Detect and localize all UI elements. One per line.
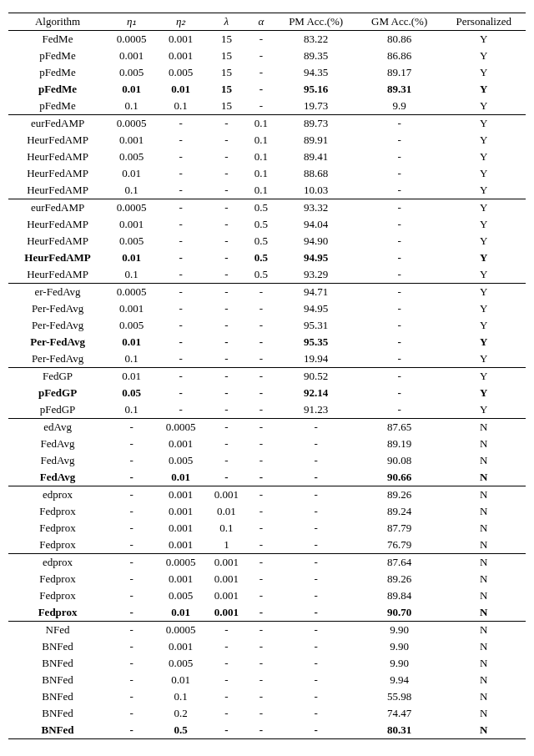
table-cell: N <box>441 554 526 572</box>
table-cell: - <box>205 317 247 334</box>
table-cell: - <box>357 266 442 284</box>
table-cell: - <box>156 368 205 386</box>
table-cell: - <box>107 688 156 705</box>
col-algorithm: Algorithm <box>8 13 107 31</box>
table-cell: 93.32 <box>275 199 357 217</box>
table-cell: - <box>275 520 357 537</box>
table-cell: BNFed <box>8 655 107 672</box>
table-cell: 0.2 <box>156 705 205 722</box>
table-cell: 9.90 <box>357 622 442 639</box>
table-cell: - <box>248 419 275 436</box>
table-cell: Y <box>441 300 526 317</box>
table-cell: - <box>205 436 247 452</box>
col-eta2: η₂ <box>156 13 205 31</box>
table-cell: 0.001 <box>107 132 156 149</box>
table-row: HeurFedAMP0.1--0.593.29-Y <box>8 266 526 284</box>
table-cell: - <box>248 655 275 672</box>
table-cell: HeurFedAMP <box>8 132 107 149</box>
table-cell: - <box>107 571 156 587</box>
table-cell: 0.001 <box>205 554 247 572</box>
table-cell: 83.22 <box>275 31 357 48</box>
table-cell: - <box>107 452 156 469</box>
table-cell: Fedprox <box>8 587 107 604</box>
table-row: Fedprox-0.0010.001--89.26N <box>8 571 526 587</box>
table-cell: - <box>205 115 247 133</box>
table-cell: - <box>275 469 357 486</box>
table-cell: - <box>107 587 156 604</box>
table-cell: 0.005 <box>107 317 156 334</box>
table-cell: 80.31 <box>357 722 442 739</box>
table-cell: - <box>205 705 247 722</box>
table-cell: - <box>107 503 156 520</box>
table-cell: - <box>205 165 247 182</box>
table-row: FedGP0.01---90.52-Y <box>8 368 526 386</box>
col-alpha: α <box>248 13 275 31</box>
table-cell: - <box>107 537 156 554</box>
table-row: Per-FedAvg0.1---19.94-Y <box>8 350 526 368</box>
table-cell: - <box>156 317 205 334</box>
table-row: BNFed-0.1---55.98N <box>8 688 526 705</box>
table-cell: eurFedAMP <box>8 199 107 217</box>
table-cell: Per-FedAvg <box>8 350 107 368</box>
table-cell: - <box>357 182 442 199</box>
table-cell: - <box>248 368 275 386</box>
table-cell: 0.001 <box>156 638 205 655</box>
table-cell: - <box>357 115 442 133</box>
col-eta1: η₁ <box>107 13 156 31</box>
table-cell: edprox <box>8 554 107 572</box>
table-cell: - <box>205 401 247 419</box>
table-cell: - <box>156 233 205 249</box>
table-cell: - <box>156 350 205 368</box>
table-cell: - <box>156 149 205 165</box>
table-row: HeurFedAMP0.01--0.188.68-Y <box>8 165 526 182</box>
table-cell: 0.001 <box>156 503 205 520</box>
table-cell: N <box>441 722 526 739</box>
table-row: HeurFedAMP0.005--0.189.41-Y <box>8 149 526 165</box>
table-cell: - <box>357 216 442 233</box>
table-cell: eurFedAMP <box>8 115 107 133</box>
table-cell: N <box>441 571 526 587</box>
table-cell: 0.01 <box>205 503 247 520</box>
table-cell: 90.70 <box>357 604 442 622</box>
table-cell: 0.001 <box>205 604 247 622</box>
table-cell: - <box>248 503 275 520</box>
table-cell: - <box>205 452 247 469</box>
table-cell: - <box>275 537 357 554</box>
table-cell: Fedprox <box>8 571 107 587</box>
table-cell: - <box>275 705 357 722</box>
table-cell: 0.01 <box>107 334 156 350</box>
table-cell: - <box>275 604 357 622</box>
table-cell: 19.94 <box>275 350 357 368</box>
table-cell: N <box>441 452 526 469</box>
table-cell: - <box>248 537 275 554</box>
table-cell: Y <box>441 149 526 165</box>
table-cell: - <box>248 571 275 587</box>
table-cell: - <box>357 350 442 368</box>
table-row: HeurFedAMP0.001--0.594.04-Y <box>8 216 526 233</box>
table-row: eurFedAMP0.0005--0.593.32-Y <box>8 199 526 217</box>
col-gm-acc: GM Acc.(%) <box>357 13 442 31</box>
table-cell: FedAvg <box>8 469 107 486</box>
table-cell: - <box>248 350 275 368</box>
table-cell: 0.1 <box>248 115 275 133</box>
table-cell: - <box>205 266 247 284</box>
table-cell: 0.1 <box>248 165 275 182</box>
table-cell: N <box>441 604 526 622</box>
table-cell: - <box>248 638 275 655</box>
table-cell: FedAvg <box>8 452 107 469</box>
table-cell: 0.005 <box>107 233 156 249</box>
table-cell: 92.14 <box>275 385 357 401</box>
table-row: HeurFedAMP0.01--0.594.95-Y <box>8 249 526 266</box>
table-cell: - <box>107 436 156 452</box>
table-cell: Y <box>441 182 526 199</box>
table-cell: - <box>107 604 156 622</box>
table-cell: 0.1 <box>248 149 275 165</box>
table-cell: Y <box>441 385 526 401</box>
table-cell: 0.005 <box>156 655 205 672</box>
table-row: edprox-0.0010.001--89.26N <box>8 486 526 504</box>
table-cell: 80.86 <box>357 31 442 48</box>
table-cell: - <box>205 216 247 233</box>
table-cell: 0.001 <box>156 486 205 504</box>
table-cell: - <box>275 554 357 572</box>
table-cell: Fedprox <box>8 520 107 537</box>
